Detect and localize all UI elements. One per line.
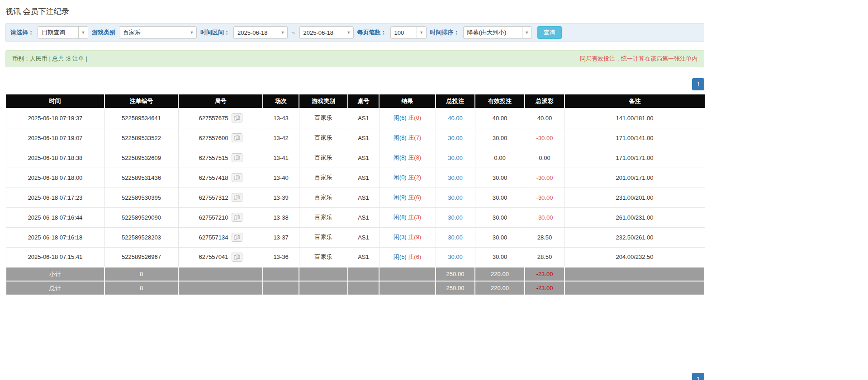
- table-row: 2025-06-18 07:18:38 522589532609 6275575…: [6, 148, 705, 168]
- cell-time: 2025-06-18 07:15:41: [6, 247, 104, 267]
- column-header-6: 结果: [379, 94, 436, 108]
- cell-note: 261.00/231.00: [564, 207, 705, 227]
- cell-total-bet: 30.00: [436, 148, 475, 168]
- search-button[interactable]: 查询: [537, 26, 562, 39]
- cell-total-bet: 30.00: [436, 188, 475, 207]
- view-cards-icon[interactable]: [232, 153, 242, 162]
- cell-payout: 28.50: [525, 247, 564, 267]
- footer-empty-cell: [299, 281, 348, 295]
- chevron-down-icon: ▼: [187, 27, 196, 38]
- cell-note: 204.00/232.50: [564, 247, 705, 267]
- total-bet-link[interactable]: 30.00: [448, 174, 463, 181]
- cell-bet-id: 522589531436: [104, 168, 178, 188]
- cell-round-id: 627557600: [178, 128, 263, 148]
- total-row: 总计 8 250.00 220.00 -23.00: [6, 281, 705, 295]
- date-type-select[interactable]: 日期查询 ▼: [38, 26, 88, 39]
- cell-time: 2025-06-18 07:16:18: [6, 227, 104, 247]
- total-count: 8: [104, 281, 178, 295]
- column-header-1: 注单编号: [104, 94, 178, 108]
- cell-result: 闲(5) 庄(6): [379, 247, 436, 267]
- date-range-separator: ~: [291, 29, 296, 36]
- cell-bet-id: 522589532609: [104, 148, 178, 168]
- footer-empty-cell: [299, 267, 348, 281]
- pagination-bottom: 1: [5, 373, 704, 380]
- cell-time: 2025-06-18 07:18:38: [6, 148, 104, 168]
- view-cards-icon[interactable]: [232, 133, 242, 142]
- cell-total-bet: 40.00: [436, 108, 475, 128]
- view-cards-icon[interactable]: [232, 213, 242, 222]
- cell-game-type: 百家乐: [299, 227, 348, 247]
- cell-game-type: 百家乐: [299, 188, 348, 207]
- result-player: 闲(8): [394, 154, 407, 161]
- cell-valid-bet: 40.00: [475, 108, 525, 128]
- result-banker: 庄(2): [408, 174, 421, 181]
- cell-payout: 40.00: [525, 108, 564, 128]
- cell-payout: -30.00: [525, 207, 564, 227]
- cell-round-id: 627557210: [178, 207, 263, 227]
- cell-total-bet: 30.00: [436, 247, 475, 267]
- view-cards-icon[interactable]: [232, 193, 242, 202]
- result-banker: 庄(6): [408, 194, 421, 201]
- cell-total-bet: 30.00: [436, 168, 475, 188]
- page-container: 视讯 会员下注纪录 请选择： 日期查询 ▼ 游戏类别 百家乐 ▼ 时间区间： 2…: [5, 6, 704, 380]
- subtotal-valid-bet: 220.00: [475, 267, 525, 281]
- result-banker: 庄(3): [408, 214, 421, 220]
- page-button-1[interactable]: 1: [692, 78, 704, 90]
- result-player: 闲(5): [394, 253, 407, 260]
- table-row: 2025-06-18 07:19:37 522589534641 6275576…: [6, 108, 705, 128]
- chevron-down-icon: ▼: [417, 27, 426, 38]
- game-type-label: 游戏类别: [92, 28, 115, 37]
- cell-bet-id: 522589529090: [104, 207, 178, 227]
- result-player: 闲(0): [394, 174, 407, 181]
- cell-time: 2025-06-18 07:19:07: [6, 128, 104, 148]
- date-to-select[interactable]: 2025-06-18 ▼: [299, 26, 354, 39]
- sort-select[interactable]: 降幕(由大到小) ▼: [463, 26, 532, 39]
- footer-empty-cell: [263, 281, 299, 295]
- cell-session: 13-37: [263, 227, 299, 247]
- cell-note: 171.00/141.00: [564, 128, 705, 148]
- date-from-value: 2025-06-18: [234, 27, 278, 38]
- view-cards-icon[interactable]: [232, 233, 242, 242]
- footer-empty-cell: [564, 267, 705, 281]
- subtotal-row: 小计 8 250.00 220.00 -23.00: [6, 267, 705, 281]
- cell-bet-id: 522589526967: [104, 247, 178, 267]
- sort-value: 降幕(由大到小): [464, 27, 522, 38]
- total-bet-link[interactable]: 30.00: [448, 214, 463, 221]
- total-bet-link[interactable]: 30.00: [448, 194, 463, 201]
- result-banker: 庄(0): [408, 114, 421, 121]
- footer-empty-cell: [564, 281, 705, 295]
- total-bet-link[interactable]: 40.00: [448, 115, 463, 122]
- cell-valid-bet: 30.00: [475, 227, 525, 247]
- currency-summary-text: 币别：人民币 | 总共 :8 注单 |: [12, 55, 87, 63]
- view-cards-icon[interactable]: [232, 173, 242, 182]
- cell-game-type: 百家乐: [299, 128, 348, 148]
- total-bet-link[interactable]: 30.00: [448, 234, 463, 241]
- total-bet-link[interactable]: 30.00: [448, 155, 463, 161]
- cell-valid-bet: 30.00: [475, 168, 525, 188]
- result-banker: 庄(7): [408, 134, 421, 141]
- total-total-bet: 250.00: [436, 281, 475, 295]
- table-row: 2025-06-18 07:19:07 522589533522 6275576…: [6, 128, 705, 148]
- total-bet-link[interactable]: 30.00: [448, 135, 463, 141]
- cell-valid-bet: 30.00: [475, 128, 525, 148]
- cell-bet-id: 522589534641: [104, 108, 178, 128]
- column-header-2: 局号: [178, 94, 263, 108]
- page-button-1[interactable]: 1: [692, 373, 704, 380]
- cell-result: 闲(3) 庄(9): [379, 227, 436, 247]
- result-banker: 庄(8): [408, 154, 421, 161]
- view-cards-icon[interactable]: [232, 113, 242, 122]
- total-bet-link[interactable]: 30.00: [448, 253, 463, 260]
- subtotal-total-bet: 250.00: [436, 267, 475, 281]
- cell-table-no: AS1: [348, 168, 379, 188]
- view-cards-icon[interactable]: [232, 253, 242, 262]
- cell-note: 141.00/181.00: [564, 108, 705, 128]
- chevron-down-icon: ▼: [344, 27, 353, 38]
- date-from-select[interactable]: 2025-06-18 ▼: [233, 26, 288, 39]
- page-size-select[interactable]: 100 ▼: [390, 26, 427, 39]
- date-type-value: 日期查询: [38, 27, 78, 38]
- result-player: 闲(6): [394, 114, 407, 121]
- game-type-select[interactable]: 百家乐 ▼: [119, 26, 197, 39]
- cell-total-bet: 30.00: [436, 128, 475, 148]
- cell-result: 闲(9) 庄(6): [379, 188, 436, 207]
- cell-valid-bet: 0.00: [475, 148, 525, 168]
